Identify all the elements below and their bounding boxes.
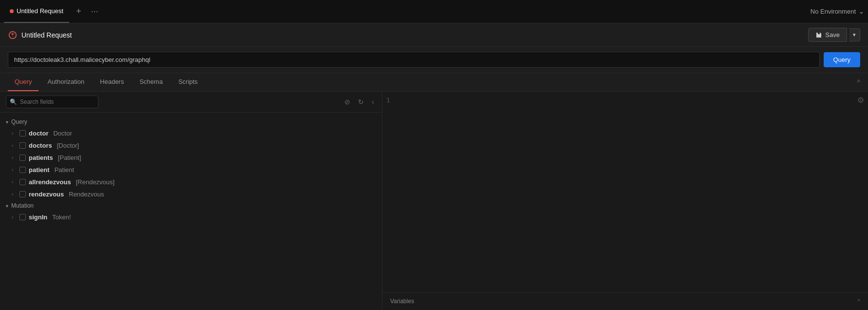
tree-item-rendezvous[interactable]: › rendezvous Rendezvous [0,188,382,200]
chevron-icon: › [12,131,17,136]
editor-area[interactable]: 1 ⚙ [382,92,868,292]
field-type-patients: [Patient] [58,154,81,161]
field-name-signin: signIn [29,213,47,221]
request-icon [8,30,18,40]
checkbox-allrendezvous[interactable] [19,179,26,185]
tree-item-doctor[interactable]: › doctor Doctor [0,127,382,139]
tab-schema[interactable]: Schema [132,73,170,91]
section-mutation[interactable]: ▾ Mutation [0,200,382,211]
save-icon [815,32,822,39]
chevron-icon: › [12,143,17,148]
search-icon: 🔍 [10,98,17,105]
section-mutation-chevron: ▾ [6,203,8,209]
variables-label: Variables [390,298,414,305]
checkbox-doctors[interactable] [19,142,26,149]
right-panel: 1 ⚙ Variables ^ [382,92,868,310]
environment-selector[interactable]: No Environment ⌄ [811,8,864,15]
tree-item-patients[interactable]: › patients [Patient] [0,152,382,164]
field-name-doctors: doctors [29,142,52,149]
search-input[interactable] [6,96,98,108]
tab-actions: + ··· [73,5,101,18]
field-type-doctors: [Doctor] [57,142,79,149]
add-tab-button[interactable]: + [73,5,84,18]
tab-query[interactable]: Query [8,73,38,91]
collapse-panel-button[interactable]: ‹ [370,97,376,107]
field-type-doctor: Doctor [53,130,72,137]
field-name-allrendezvous: allrendezvous [29,178,71,186]
chevron-icon: › [12,155,17,160]
variables-panel: Variables ^ [382,292,868,310]
checkbox-signin[interactable] [19,214,26,220]
checkbox-doctor[interactable] [19,130,26,136]
search-bar: 🔍 ⊘ ↻ ‹ [0,92,382,113]
field-name-patient: patient [29,166,50,174]
top-tab-title: Untitled Request [17,7,63,15]
more-options-button[interactable]: ··· [88,5,101,18]
section-query-label: Query [11,118,27,125]
field-type-patient: Patient [55,166,74,174]
top-tab-active[interactable]: Untitled Request [4,0,69,23]
field-type-rendezvous: Rendezvous [69,191,104,198]
tab-status-dot [10,9,14,13]
field-name-patients: patients [29,154,53,161]
environment-label: No Environment [811,8,856,15]
refresh-button[interactable]: ↻ [356,97,366,107]
variables-collapse-button[interactable]: ^ [857,298,860,305]
tree-item-doctors[interactable]: › doctors [Doctor] [0,139,382,152]
field-type-signin: Token! [52,213,71,221]
save-label: Save [825,31,840,39]
field-name-rendezvous: rendezvous [29,191,64,198]
chevron-icon: › [12,167,17,173]
tree-item-signin[interactable]: › signIn Token! [0,211,382,223]
tree-item-patient[interactable]: › patient Patient [0,164,382,176]
request-title: Untitled Request [21,31,72,39]
sub-tabs: Query Authorization Headers Schema Scrip… [0,73,868,92]
checkbox-patients[interactable] [19,155,26,161]
tab-headers[interactable]: Headers [93,73,131,91]
field-name-doctor: doctor [29,130,48,137]
query-button[interactable]: Query [824,52,860,67]
checkbox-patient[interactable] [19,167,26,173]
schema-tree: ▾ Query › doctor Doctor › doctors [Docto… [0,113,382,310]
section-query[interactable]: ▾ Query [0,116,382,127]
field-type-allrendezvous: [Rendezvous] [76,178,115,186]
chevron-icon: › [12,192,17,197]
url-input[interactable] [8,52,820,68]
checkbox-rendezvous[interactable] [19,191,26,197]
editor-settings-button[interactable]: ⚙ [857,96,864,105]
search-input-wrapper: 🔍 [6,96,339,108]
section-query-chevron: ▾ [6,119,8,125]
header-actions: Save ▾ [808,28,860,42]
clear-fields-button[interactable]: ⊘ [342,97,352,107]
tab-scripts[interactable]: Scripts [171,73,205,91]
chevron-icon: › [12,214,17,220]
tab-bar: Untitled Request + ··· No Environment ⌄ [0,0,868,23]
header-bar: Untitled Request Save ▾ [0,23,868,47]
tree-item-allrendezvous[interactable]: › allrendezvous [Rendezvous] [0,176,382,188]
main-content: 🔍 ⊘ ↻ ‹ ▾ Query [0,92,868,310]
left-panel: 🔍 ⊘ ↻ ‹ ▾ Query [0,92,382,310]
save-dropdown-button[interactable]: ▾ [849,28,860,41]
tab-authorization[interactable]: Authorization [40,73,91,91]
line-numbers: 1 [386,96,390,105]
chevron-icon: › [12,179,17,185]
environment-chevron: ⌄ [859,8,864,15]
toolbar-icons: ⊘ ↻ ‹ [342,97,376,107]
url-bar: Query [0,47,868,73]
subtabs-collapse-button[interactable]: ^ [857,78,860,86]
section-mutation-label: Mutation [11,202,34,209]
save-button[interactable]: Save [808,28,847,42]
